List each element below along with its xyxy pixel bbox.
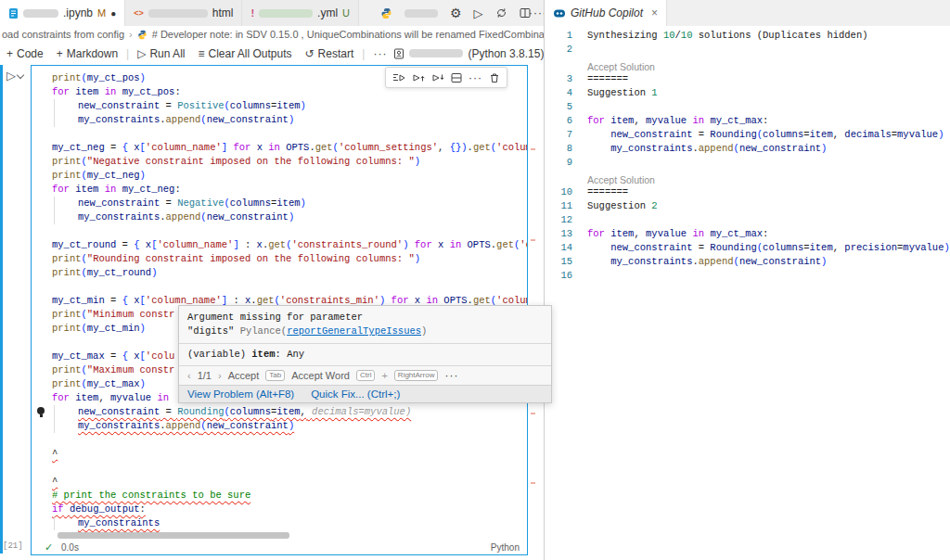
cell-editor[interactable]: print(my_ct_pos)for item in my_ct_pos:ne… bbox=[52, 71, 527, 530]
next-suggestion-icon[interactable]: › bbox=[218, 370, 222, 381]
code-line: print(my_ct_round) bbox=[52, 266, 527, 280]
run-by-line-icon[interactable] bbox=[392, 72, 405, 83]
accept-solution-codelens[interactable]: Accept Solution bbox=[587, 170, 950, 185]
plus-separator: + bbox=[381, 370, 387, 381]
kernel-user-icon bbox=[393, 48, 404, 59]
code-line bbox=[52, 224, 527, 238]
code-line: my_ct_neg = { x['column_name'] for x in … bbox=[52, 141, 527, 155]
line-number: 10 bbox=[552, 185, 572, 199]
yaml-icon: ! bbox=[250, 7, 254, 19]
run-cell-button[interactable]: ▷ bbox=[6, 69, 23, 83]
tab-yml-file[interactable]: ! .yml U bbox=[242, 0, 359, 26]
code-line: my_constraints.append(new_constraint) bbox=[52, 419, 527, 433]
line-number: 11 bbox=[552, 199, 572, 213]
notebook-icon bbox=[8, 7, 19, 19]
overflow-ellipsis-icon[interactable]: ··· bbox=[529, 6, 543, 19]
run-all-button[interactable]: ▷ Run All bbox=[131, 47, 191, 60]
restart-icon: ↺ bbox=[305, 48, 315, 59]
suggestion-more-icon[interactable]: ··· bbox=[444, 369, 458, 382]
sync-icon[interactable] bbox=[495, 7, 507, 19]
git-modified-badge: M bbox=[97, 7, 106, 19]
horizontal-scrollbar[interactable] bbox=[58, 532, 289, 539]
cell-toolbar: ··· bbox=[385, 67, 507, 88]
tabbar-overflow[interactable]: ··· bbox=[529, 0, 543, 26]
tab-key-chip: Tab bbox=[265, 370, 285, 381]
redacted-filename bbox=[23, 9, 58, 18]
hover-status-bar: View Problem (Alt+F8) Quick Fix... (Ctrl… bbox=[179, 385, 551, 402]
toolbar-more-icon[interactable]: ··· bbox=[366, 47, 393, 60]
code-line: my_constraints.append(new_constraint) bbox=[52, 113, 527, 127]
code-line: my_constraints.append(new_constraint) bbox=[52, 210, 527, 224]
run-above-icon[interactable] bbox=[412, 72, 425, 83]
code-line: 2 bbox=[545, 43, 950, 57]
line-number: 2 bbox=[552, 43, 572, 57]
line-number: 3 bbox=[552, 72, 572, 86]
code-line: ^ bbox=[52, 447, 527, 461]
code-line: 7 new_constraint = Rounding(columns=item… bbox=[545, 128, 950, 142]
line-number: 6 bbox=[552, 114, 572, 128]
diagnostic-rule-link[interactable]: reportGeneralTypeIssues bbox=[287, 325, 421, 337]
code-line: 15 my_constraints.append(new_constraint) bbox=[545, 255, 950, 269]
toolbar-divider: | bbox=[360, 47, 366, 60]
kernel-picker[interactable]: (Python 3.8.15) bbox=[393, 47, 544, 60]
breadcrumb-cell-label[interactable]: # Developer note: in SDV 0.15.0 , Unique… bbox=[152, 29, 546, 40]
code-line: print(my_ct_neg) bbox=[52, 169, 527, 183]
close-icon[interactable]: × bbox=[651, 6, 658, 19]
execution-count: [21] bbox=[3, 541, 23, 551]
run-below-icon[interactable] bbox=[431, 72, 444, 83]
add-markdown-cell-button[interactable]: + Markdown bbox=[50, 47, 124, 60]
code-line: print("Rounding constraint imposed on th… bbox=[52, 252, 527, 266]
problem-hover-widget: Argument missing for parameter "digits" … bbox=[178, 305, 552, 403]
copilot-icon bbox=[553, 7, 566, 19]
clear-all-outputs-button[interactable]: ≡ Clear All Outputs bbox=[191, 47, 298, 60]
accept-word-button[interactable]: Accept Word bbox=[291, 370, 350, 381]
tab-label: GitHub Copilot bbox=[571, 6, 643, 19]
view-problem-link[interactable]: View Problem (Alt+F8) bbox=[187, 388, 294, 400]
editor-tab-bar-right: GitHub Copilot × bbox=[545, 0, 950, 26]
code-line: 11Suggestion 2 bbox=[545, 199, 950, 213]
code-line: 10======= bbox=[545, 185, 950, 199]
execution-duration: 0.0s bbox=[61, 542, 79, 553]
settings-gear-icon[interactable]: ⚙ bbox=[450, 6, 462, 19]
cell-language-label[interactable]: Python bbox=[491, 542, 520, 553]
tab-github-copilot[interactable]: GitHub Copilot × bbox=[545, 0, 667, 26]
accept-button[interactable]: Accept bbox=[228, 370, 260, 381]
plus-icon: + bbox=[57, 48, 63, 59]
add-code-cell-button[interactable]: + Code bbox=[0, 47, 50, 60]
breadcrumb-path[interactable]: oad constraints from config bbox=[2, 29, 124, 40]
tab-notebook-ipynb[interactable]: .ipynb M ● bbox=[0, 0, 125, 26]
cell-more-actions-icon[interactable]: ··· bbox=[469, 71, 482, 84]
code-line: # print the constraints to be sure bbox=[52, 489, 527, 503]
cell-focus-bar bbox=[0, 65, 3, 554]
delete-cell-icon[interactable] bbox=[489, 72, 500, 83]
quick-fix-link[interactable]: Quick Fix... (Ctrl+;) bbox=[311, 388, 400, 400]
code-line: new_constraint = Positive(columns=item) bbox=[52, 99, 527, 113]
python-cell-icon bbox=[137, 30, 148, 40]
tab-extension: .yml bbox=[317, 6, 338, 19]
copilot-suggestions-editor[interactable]: 1Synthesizing 10/10 solutions (Duplicate… bbox=[545, 26, 950, 560]
code-line: 8 my_constraints.append(new_constraint) bbox=[545, 142, 950, 156]
restart-button[interactable]: ↺ Restart bbox=[299, 47, 361, 60]
code-line bbox=[52, 461, 527, 475]
python-icon bbox=[380, 7, 392, 19]
cell-status-bar: ✓ 0.0s Python bbox=[32, 541, 527, 554]
tab-extension: html bbox=[212, 6, 234, 19]
line-number: 9 bbox=[552, 156, 572, 170]
error-message: Argument missing for parameter "digits" … bbox=[179, 306, 551, 343]
split-cell-icon[interactable] bbox=[451, 72, 462, 83]
code-line: new_constraint = Rounding(columns=item, … bbox=[52, 405, 527, 419]
notebook-toolbar: + Code + Markdown | ▷ Run All ≡ Clear Al… bbox=[0, 43, 544, 64]
rightarrow-key-chip: RightArrow bbox=[394, 370, 439, 381]
previous-suggestion-icon[interactable]: ‹ bbox=[187, 370, 191, 381]
lightbulb-icon[interactable] bbox=[37, 407, 45, 414]
tab-html-file[interactable]: <> html bbox=[125, 0, 242, 26]
run-icon[interactable]: ▷ bbox=[474, 7, 483, 19]
line-number: 5 bbox=[552, 100, 572, 114]
code-line bbox=[52, 127, 527, 141]
accept-solution-codelens[interactable]: Accept Solution bbox=[587, 57, 950, 72]
success-check-icon: ✓ bbox=[45, 541, 53, 554]
dirty-indicator-dot[interactable]: ● bbox=[110, 8, 116, 19]
tab-extension: .ipynb bbox=[63, 6, 93, 19]
clear-outputs-icon: ≡ bbox=[198, 48, 204, 59]
suggestion-index: 1/1 bbox=[198, 370, 212, 381]
